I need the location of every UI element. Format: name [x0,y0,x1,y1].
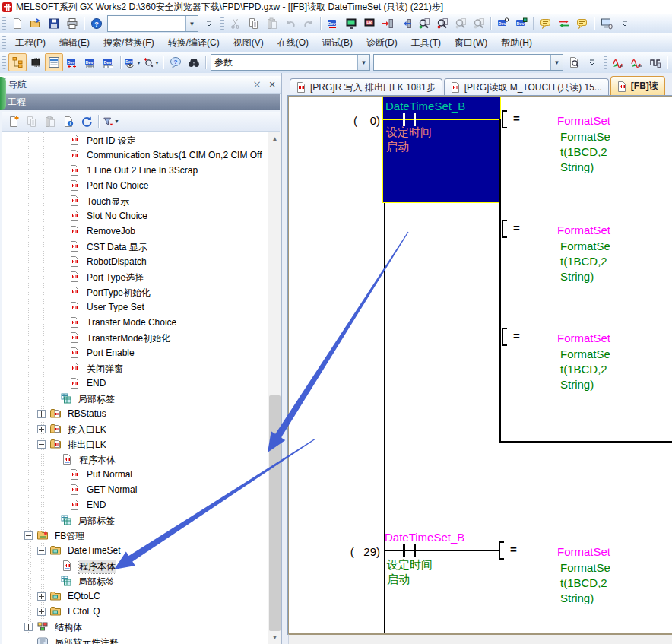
tree-item-Put-Normal[interactable]: Put Normal [2,467,268,482]
tree-item-RobotDispatch[interactable]: RobotDispatch [2,254,268,269]
save-icon[interactable] [45,14,63,33]
find-dev-icon[interactable]: ▼ [142,53,160,71]
trace-icon[interactable] [628,53,646,71]
dev-ladder-icon[interactable]: Dev [63,53,81,71]
tree-view-icon[interactable] [8,53,27,71]
new-data-icon[interactable] [5,113,23,131]
to-plc-icon[interactable] [379,14,397,33]
toolbar-grip[interactable] [220,17,224,30]
expand-icon[interactable] [37,608,46,616]
empty-combo[interactable]: ▼ [107,15,198,32]
overflow-icon[interactable] [583,53,601,71]
tree-item-结构体[interactable]: 结构体 [2,619,268,634]
overflow-icon[interactable] [616,14,634,33]
tree-item-CST-Data-显示[interactable]: CST Data 显示 [2,239,268,254]
dev-eye-icon[interactable]: Dev▼ [124,53,142,71]
param-combo[interactable]: 参数▼ [211,54,370,71]
tree-item-RBStatus[interactable]: RBStatus [2,406,268,421]
tree-item-局部软元件注释[interactable]: 局部软元件注释 [2,634,268,644]
print-icon[interactable] [63,14,81,33]
chevron-down-icon[interactable]: ▼ [185,16,198,31]
monitor-run-icon[interactable] [342,14,360,33]
menu-item-3[interactable]: 转换/编译(C) [161,33,227,52]
tree-item-Slot-No-Choice[interactable]: Slot No Choice [2,208,268,224]
tree-item-FB管理[interactable]: FB管理 [2,528,268,543]
tree-item-关闭弹窗[interactable]: 关闭弹窗 [2,360,268,376]
balloon-icon[interactable] [537,14,555,33]
tree-item-PortType初始化[interactable]: PortType初始化 [2,284,268,300]
expand-icon[interactable] [37,425,46,433]
tree-item-Port-Enable[interactable]: Port Enable [2,345,268,360]
tree-item-1-Line-Out-2-Line-In-3Scrap[interactable]: 1 Line Out 2 Line In 3Scrap [2,163,268,178]
menu-item-2[interactable]: 搜索/替换(F) [97,33,161,52]
tree-item-EQtoLC[interactable]: EQtoLC [2,588,268,604]
pin-icon[interactable]: ⛌ [251,78,263,90]
monitor-stop-icon[interactable]: HK [360,14,379,33]
tree-item-局部标签[interactable]: 局部标签 [2,512,268,528]
menu-item-7[interactable]: 诊断(D) [360,33,404,52]
collapse-icon[interactable] [37,440,46,449]
close-icon[interactable]: ✕ [266,78,278,90]
toolbar-grip[interactable] [604,56,607,69]
verify-green-icon[interactable] [415,14,433,33]
overflow-icon[interactable] [200,14,218,33]
tree-item-局部标签[interactable]: 局部标签 [2,573,268,588]
tree-item-END[interactable]: END [2,497,268,512]
menu-item-8[interactable]: 工具(T) [404,33,448,52]
menu-item-10[interactable]: 帮助(H) [494,33,539,52]
tree-item-User-Type-Set[interactable]: User Type Set [2,300,268,315]
dev-run-icon[interactable]: Dev [494,14,512,33]
toolbar-grip[interactable] [2,56,6,69]
empty-combo[interactable]: ▼ [373,54,563,71]
binoculars-icon[interactable] [185,53,203,71]
tree-item-Transfer-Mode-Choice[interactable]: Transfer Mode Choice [2,315,268,330]
tab-2[interactable]: [FB]读 [610,76,665,96]
transfer-icon[interactable] [555,14,573,33]
property-icon[interactable]: i [59,113,78,131]
new-doc-icon[interactable] [8,14,27,33]
chevron-down-icon[interactable]: ▼ [550,55,563,70]
menu-item-6[interactable]: 调试(B) [315,33,360,52]
tree-item-排出口LK[interactable]: 排出口LK [2,436,268,452]
tree-scrollbar[interactable]: ▲ ▼ [268,132,281,644]
ladder-canvas[interactable]: DateTimeSet_B设定时间 启动( 0)DateTimeSet_B设定时… [288,96,672,634]
tree-item-程序本体[interactable]: 程序本体 [2,452,268,467]
copy-icon[interactable] [245,14,263,33]
tab-0[interactable]: [PRG]R 写入 排出口LK 1081步 [290,78,442,96]
open-folder-icon[interactable] [27,14,45,33]
tree-item-Port-ID-设定[interactable]: Port ID 设定 [2,132,268,148]
tree-item-Port-Type选择[interactable]: Port Type选择 [2,269,268,284]
tree-item-程序本体[interactable]: 程序本体 [2,558,268,573]
tree-item-投入口LK[interactable]: 投入口LK [2,421,268,436]
menu-item-5[interactable]: 在线(O) [271,33,315,52]
scrollbar-thumb[interactable] [269,395,281,631]
tree-item-END[interactable]: END [2,376,268,391]
module-icon[interactable] [27,53,45,71]
dev-stop-icon[interactable]: Dev [512,14,531,33]
tab-1[interactable]: [PRG]读取 M_TOUCH (只读) 15... [444,78,609,96]
verify-red-icon[interactable] [433,14,452,33]
scroll-down-icon[interactable]: ▼ [268,631,281,644]
refresh-icon[interactable] [78,113,96,131]
dev-write-icon[interactable]: Dev [324,14,342,33]
help-balloon-icon[interactable]: ? [166,53,185,71]
tree-item-LCtoEQ[interactable]: LCtoEQ [2,604,268,619]
tree-item-DateTimeSet[interactable]: DateTimeSet [2,543,268,558]
toolbar-grip[interactable] [2,17,6,30]
tree-item-RemoveJob[interactable]: RemoveJob [2,224,268,239]
expand-icon[interactable] [24,623,33,631]
balloon-icon[interactable] [573,14,591,33]
menu-item-1[interactable]: 编辑(E) [52,33,97,52]
tree-item-GET-Normal[interactable]: GET Normal [2,482,268,497]
chevron-down-icon[interactable]: ▼ [357,55,369,70]
sort-icon[interactable]: ▼ [102,113,120,131]
collapse-icon[interactable] [37,547,46,555]
menu-item-4[interactable]: 视图(V) [227,33,271,52]
remote-icon[interactable] [598,14,616,33]
menu-item-9[interactable]: 窗口(W) [448,33,494,52]
tree-item-Touch显示[interactable]: Touch显示 [2,193,268,208]
toolbar-grip[interactable] [2,36,6,49]
doc-find-icon[interactable] [565,53,583,71]
trace-icon[interactable] [610,53,628,71]
from-plc-icon[interactable] [397,14,415,33]
